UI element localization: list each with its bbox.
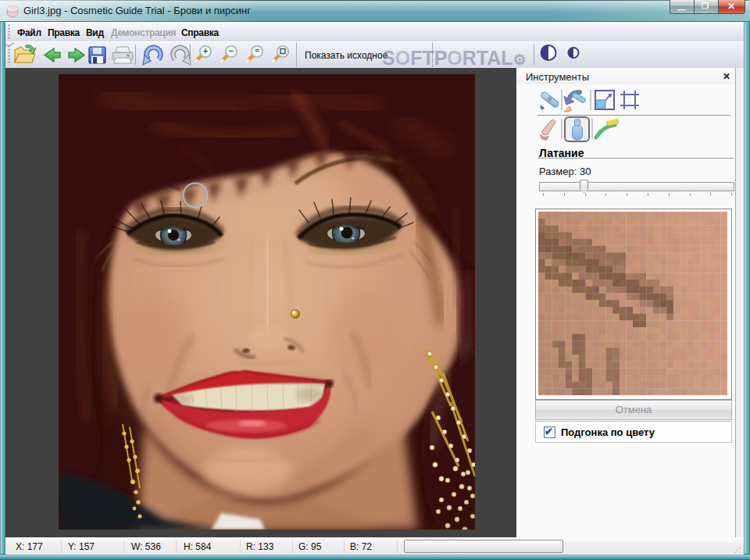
svg-text:+: +: [203, 46, 208, 55]
svg-text:−: −: [229, 46, 234, 55]
svg-text:=: =: [255, 47, 259, 55]
